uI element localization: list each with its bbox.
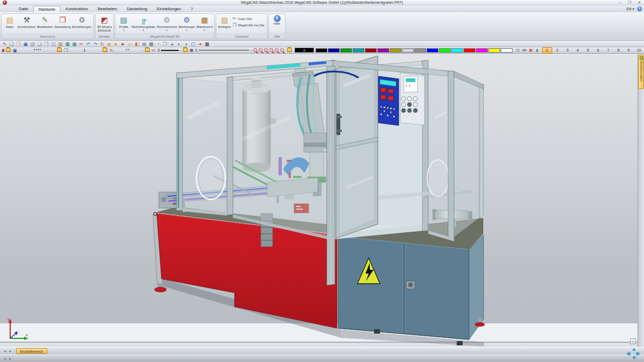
color-swatch-5[interactable] bbox=[377, 48, 389, 53]
scale-minus[interactable]: - bbox=[180, 48, 181, 52]
ribbon-item-3d-modus-ein-aus[interactable]: ◩3D-ModusEIN/AUS bbox=[97, 15, 112, 33]
detail-folder-icon[interactable] bbox=[57, 48, 62, 52]
ribbon-item-werkzeuge[interactable]: ⚙Werkzeuge▾ bbox=[179, 15, 195, 32]
chevron-down-icon[interactable]: ▾ bbox=[143, 29, 144, 32]
color-swatch-7[interactable] bbox=[402, 48, 414, 53]
color-swatch-12[interactable] bbox=[464, 48, 475, 53]
ribbon-item-hilfe[interactable]: ?Hilfe bbox=[270, 15, 283, 26]
display-toggle-icon[interactable]: ◫ bbox=[515, 48, 521, 53]
print-icon[interactable]: ▤ bbox=[29, 41, 36, 47]
page-preview-icon[interactable]: ◫ bbox=[50, 41, 57, 47]
pen-value[interactable]: ** bbox=[126, 48, 130, 52]
menu-tab-einstellungen[interactable]: Einstellungen bbox=[152, 6, 186, 12]
detail-value[interactable]: 1 bbox=[84, 48, 86, 52]
layer-folder-icon[interactable] bbox=[6, 48, 11, 52]
zoom-all-icon[interactable] bbox=[264, 48, 268, 52]
ribbon-item-wandmenü[interactable]: ▦Wandmenü▾ bbox=[196, 15, 213, 32]
color-folder-icon[interactable] bbox=[287, 48, 292, 52]
red-pencil-icon[interactable]: ✏ bbox=[78, 41, 85, 47]
ribbon-item-darstellung[interactable]: ❒Darstellung bbox=[54, 15, 70, 29]
rotate-right-icon[interactable]: ◑ bbox=[182, 41, 189, 47]
menu-tab-bearbeiten[interactable]: Bearbeiten bbox=[93, 6, 122, 12]
page-button-9[interactable]: 9 bbox=[624, 48, 634, 53]
width-folder-icon[interactable] bbox=[145, 48, 150, 52]
zoom-window-icon[interactable] bbox=[253, 48, 257, 52]
scale-slider[interactable] bbox=[199, 50, 248, 50]
pan-down-icon[interactable]: ▼ bbox=[632, 356, 636, 360]
parts-table-icon[interactable]: ▩ bbox=[71, 41, 78, 47]
paste-view-icon[interactable]: ❒ bbox=[43, 41, 50, 47]
record-dot-icon[interactable] bbox=[2, 49, 4, 52]
calculator-icon[interactable]: ▦ bbox=[148, 41, 155, 47]
ribbon-item-datei[interactable]: ▤Datei bbox=[3, 15, 16, 29]
color-swatch-10[interactable] bbox=[439, 48, 451, 53]
menu-tab-datei[interactable]: Datei bbox=[14, 6, 33, 12]
maximize-button[interactable]: ❐ bbox=[628, 0, 631, 5]
page-button-2[interactable]: 2 bbox=[552, 48, 562, 53]
color-swatch-9[interactable] bbox=[427, 48, 438, 53]
minimize-button[interactable]: – bbox=[619, 0, 621, 5]
chevron-down-icon[interactable]: ▾ bbox=[123, 29, 125, 32]
user-profile-icon[interactable]: ◍ bbox=[141, 41, 148, 47]
zoom-in-icon[interactable] bbox=[269, 48, 273, 52]
page-button-1[interactable]: 1 bbox=[542, 47, 552, 54]
model-space-tab[interactable]: Modellbereich bbox=[16, 348, 47, 354]
page-button-7[interactable]: 7 bbox=[603, 48, 613, 53]
scroll-up-button[interactable]: ▪ bbox=[630, 338, 636, 344]
linewidth-value[interactable]: 3 bbox=[157, 48, 159, 52]
menu-tab-[interactable]: ? bbox=[186, 6, 197, 12]
ribbon-item-copy-clip[interactable]: ✂Copy Clip. bbox=[232, 16, 265, 21]
color-grid-icon[interactable]: ▦ bbox=[528, 48, 534, 53]
pen-folder-icon[interactable] bbox=[103, 48, 107, 52]
page-button-8[interactable]: 8 bbox=[613, 48, 624, 53]
new-file-icon[interactable]: ❏ bbox=[8, 41, 15, 47]
scale-folder-icon[interactable] bbox=[183, 48, 188, 52]
ribbon-item-profile[interactable]: ▤Profile▾ bbox=[117, 15, 130, 32]
color-swatch-14[interactable] bbox=[488, 48, 500, 53]
menu-tab-konstruktion[interactable]: Konstruktion bbox=[61, 6, 93, 12]
ribbon-item-konstruktion[interactable]: ⚒Konstruktion bbox=[18, 15, 35, 29]
pen-width-icon[interactable]: ▮ bbox=[534, 48, 540, 53]
linewidth-slider[interactable] bbox=[161, 50, 178, 51]
folder-macro-icon[interactable]: ► bbox=[113, 41, 120, 47]
pan-right-icon[interactable]: ▶ bbox=[636, 351, 640, 356]
pan-up-icon[interactable]: ▲ bbox=[632, 347, 636, 352]
layer-value[interactable]: **** bbox=[34, 48, 42, 52]
page-button-10[interactable]: 10 bbox=[634, 48, 644, 53]
page-button-4[interactable]: 4 bbox=[573, 48, 583, 53]
next-view-arrow[interactable]: ▸ bbox=[8, 357, 13, 361]
run-macro-icon[interactable]: ► bbox=[120, 41, 127, 47]
detail-dialog-icon[interactable]: ❐ bbox=[63, 47, 68, 54]
pan-left-icon[interactable]: ◀ bbox=[626, 351, 630, 356]
width-pen-icon[interactable]: ✏ bbox=[151, 47, 156, 54]
run-macro-alt-icon[interactable]: ▻ bbox=[127, 41, 134, 47]
clipboard-icon[interactable]: ❒ bbox=[162, 41, 169, 47]
copy-view-icon[interactable]: ❑ bbox=[36, 41, 43, 47]
chevron-down-icon[interactable]: ▾ bbox=[166, 29, 168, 32]
zoom-dynamic-icon[interactable] bbox=[280, 48, 284, 52]
selection-stamp-icon[interactable]: ✎ bbox=[1, 41, 8, 47]
chevron-down-icon[interactable]: ▾ bbox=[204, 29, 206, 32]
menu-tab-startseite[interactable]: Startseite bbox=[33, 6, 61, 12]
close-button[interactable]: ✕ bbox=[638, 0, 641, 5]
current-color-swatch[interactable]: 0 bbox=[295, 48, 314, 53]
color-swatch-3[interactable] bbox=[353, 48, 364, 53]
zoom-previous-icon[interactable] bbox=[259, 48, 262, 52]
open-file-icon[interactable]: ❐ bbox=[15, 41, 22, 47]
pointer-icon[interactable]: ➔ bbox=[196, 41, 203, 47]
color-swatch-11[interactable] bbox=[451, 48, 463, 53]
parts-list-icon[interactable]: ▦ bbox=[64, 41, 71, 47]
rotate-left-icon[interactable]: ◐ bbox=[175, 41, 182, 47]
ribbon-item-einstellungen[interactable]: ⚙Einstellungen bbox=[72, 15, 92, 29]
width-minus[interactable]: - bbox=[142, 48, 143, 52]
grid-view-icon[interactable]: ▦ bbox=[203, 41, 210, 47]
color-swatch-8[interactable] bbox=[414, 48, 426, 53]
page-button-6[interactable]: 6 bbox=[593, 48, 603, 53]
ribbon-item-megacad-ins-clip[interactable]: ❐MegaCAD ins Clip. bbox=[232, 23, 265, 27]
color-swatch-2[interactable] bbox=[340, 48, 352, 53]
zoom-minus[interactable]: - bbox=[251, 48, 252, 52]
page-button-3[interactable]: 3 bbox=[562, 48, 573, 53]
edits-panel-tab[interactable]: Bearbeitungen bbox=[638, 55, 644, 89]
world-view-icon[interactable]: ◕ bbox=[169, 41, 175, 47]
color-swatch-1[interactable] bbox=[328, 48, 340, 53]
